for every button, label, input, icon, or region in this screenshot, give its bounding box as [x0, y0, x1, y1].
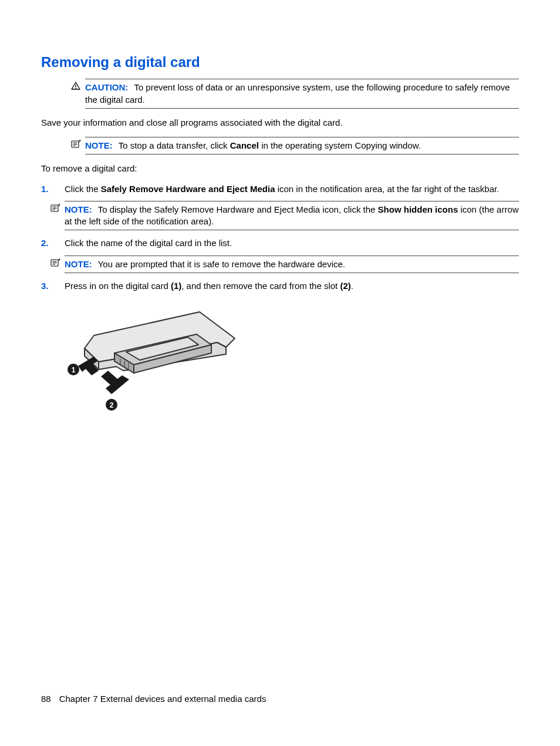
save-info-paragraph: Save your information and close all prog…: [41, 117, 519, 129]
note-icon: [50, 204, 61, 212]
note-post: in the operating system Copying window.: [259, 140, 421, 150]
footer-chapter: Chapter 7 External devices and external …: [59, 694, 266, 704]
note2-text: You are prompted that it is safe to remo…: [98, 259, 345, 269]
note-pre: To stop a data transfer, click: [119, 140, 230, 150]
step-2-text: Click the name of the digital card in th…: [65, 238, 232, 248]
caution-text: To prevent loss of data or an unresponsi…: [85, 82, 510, 104]
step-2-note: NOTE:You are prompted that it is safe to…: [65, 256, 519, 273]
svg-marker-27: [101, 371, 129, 394]
step-3-b2: (2): [340, 281, 350, 291]
step-3-post: .: [351, 281, 353, 291]
step-3: 3. Press in on the digital card (1), and…: [41, 280, 519, 424]
illus-label-1: 1: [72, 366, 76, 374]
step-number: 2.: [41, 237, 49, 249]
step-3-b1: (1): [171, 281, 181, 291]
step-number: 3.: [41, 280, 49, 292]
note-icon: [50, 258, 61, 267]
page-footer: 88Chapter 7 External devices and externa…: [41, 693, 266, 705]
illus-label-2: 2: [110, 401, 114, 409]
page-heading: Removing a digital card: [41, 53, 519, 72]
steps-list: 1. Click the Safely Remove Hardware and …: [41, 183, 519, 424]
note-label: NOTE:: [65, 204, 92, 214]
to-remove-paragraph: To remove a digital card:: [41, 163, 519, 174]
note-bold-cancel: Cancel: [230, 140, 259, 150]
caution-label: CAUTION:: [85, 82, 128, 92]
step-1: 1. Click the Safely Remove Hardware and …: [41, 183, 519, 231]
note-icon: [71, 140, 82, 148]
step-1-note: NOTE:To display the Safely Remove Hardwa…: [65, 201, 519, 231]
caution-callout: CAUTION:To prevent loss of data or an un…: [85, 79, 519, 109]
note-label: NOTE:: [85, 140, 113, 150]
step-1-post: icon in the notification area, at the fa…: [275, 184, 499, 194]
step-1-pre: Click the: [65, 184, 101, 194]
svg-point-2: [75, 88, 76, 89]
note-transfer-callout: NOTE:To stop a data transfer, click Canc…: [85, 137, 519, 154]
note-label: NOTE:: [65, 259, 92, 269]
step-1-bold: Safely Remove Hardware and Eject Media: [101, 184, 275, 194]
caution-icon: [71, 82, 82, 90]
note1-pre: To display the Safely Remove Hardware an…: [98, 204, 378, 214]
footer-page-number: 88: [41, 694, 51, 704]
step-3-mid: , and then remove the card from the slot: [181, 281, 340, 291]
step-3-pre: Press in on the digital card: [65, 281, 171, 291]
card-removal-illustration: 1 2: [65, 300, 519, 424]
step-number: 1.: [41, 183, 49, 195]
note1-bold: Show hidden icons: [378, 204, 458, 214]
step-2: 2. Click the name of the digital card in…: [41, 237, 519, 273]
